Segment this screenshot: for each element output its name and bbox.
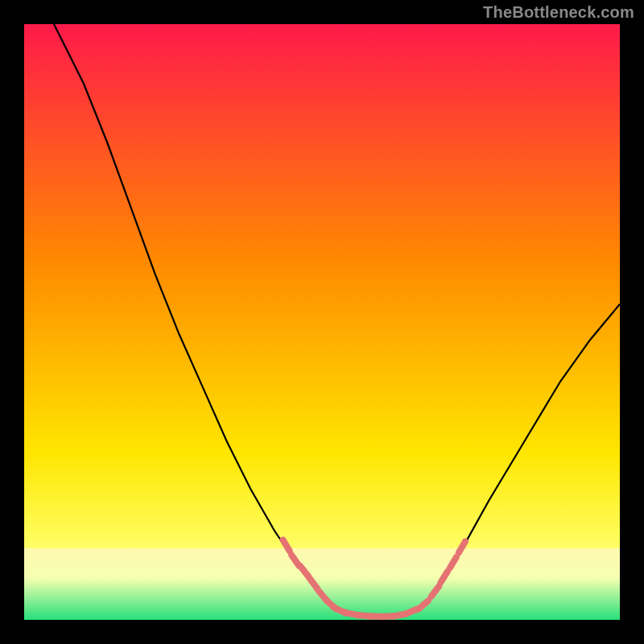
watermark-text: TheBottleneck.com (483, 3, 634, 22)
plot-gradient-background (24, 24, 620, 620)
chart-frame: TheBottleneck.com (0, 0, 644, 644)
bottleneck-chart (0, 0, 644, 644)
